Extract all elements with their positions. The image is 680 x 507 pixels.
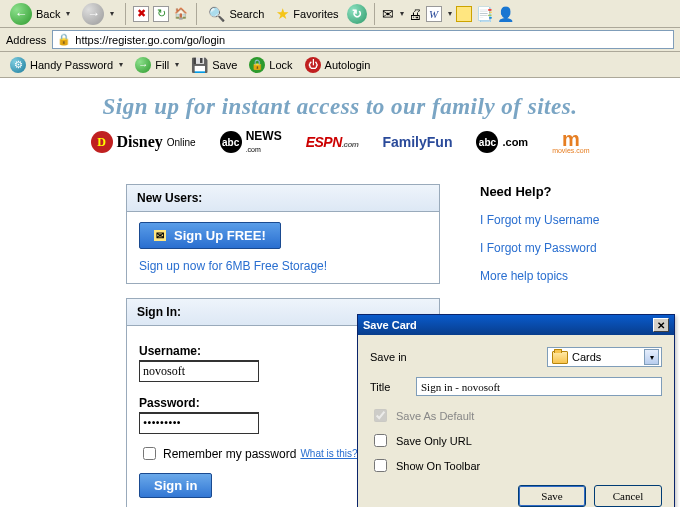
logo-abccom[interactable]: abc .com [476,131,528,153]
address-input[interactable]: 🔒 https://register.go.com/go/login [52,30,674,49]
search-icon: 🔍 [208,6,225,22]
remember-label: Remember my password [163,447,296,461]
forgot-password-link[interactable]: I Forgot my Password [480,241,599,255]
floppy-icon: 💾 [191,57,208,73]
dialog-title-text: Save Card [363,319,417,331]
folder-icon [552,351,568,364]
save-url-only-checkbox[interactable] [374,434,387,447]
save-default-checkbox [374,409,387,422]
separator [374,3,375,25]
favorites-button[interactable]: ★ Favorites [272,3,342,25]
edit-icon[interactable]: W [426,6,442,22]
chevron-down-icon[interactable]: ▾ [119,60,123,69]
logo-disney[interactable]: D Disney Online [91,131,196,153]
discuss-icon[interactable]: 📑 [476,6,493,22]
separator [125,3,126,25]
fill-arrow-icon: → [135,57,151,73]
hp-brand-button[interactable]: ⚙ Handy Password ▾ [6,55,127,75]
hp-logo-icon: ⚙ [10,57,26,73]
savein-combo[interactable]: Cards ▾ [547,347,662,367]
forgot-username-link[interactable]: I Forgot my Username [480,213,599,227]
back-button[interactable]: ← Back ▾ [6,1,74,27]
hp-fill-label: Fill [155,59,169,71]
save-url-only-row: Save Only URL [370,431,662,450]
logo-movies[interactable]: m movies.com [552,131,589,154]
help-column: Need Help? I Forgot my Username I Forgot… [480,184,599,297]
history-icon[interactable]: ↻ [347,4,367,24]
hp-save-button[interactable]: 💾 Save [187,55,241,75]
chevron-down-icon[interactable]: ▾ [175,60,179,69]
star-icon: ★ [276,5,289,23]
ie-main-toolbar: ← Back ▾ → ▾ ✖ ↻ 🏠 🔍 Search ★ Favorites … [0,0,680,28]
chevron-down-icon[interactable]: ▾ [448,9,452,18]
show-toolbar-label: Show On Toolbar [396,460,480,472]
savein-value: Cards [572,351,601,363]
banner-heading: Sign up for instant access to our family… [0,94,680,120]
handy-password-toolbar: ⚙ Handy Password ▾ → Fill ▾ 💾 Save 🔒 Loc… [0,52,680,78]
signup-btn-label: Sign Up FREE! [174,228,266,243]
refresh-icon[interactable]: ↻ [153,6,169,22]
home-icon[interactable]: 🏠 [173,6,189,22]
back-arrow-icon: ← [10,3,32,25]
logo-familyfun[interactable]: FamilyFun [382,134,452,150]
signin-button[interactable]: Sign in [139,473,212,498]
hp-save-label: Save [212,59,237,71]
hp-lock-button[interactable]: 🔒 Lock [245,55,296,75]
stop-icon[interactable]: ✖ [133,6,149,22]
search-button[interactable]: 🔍 Search [204,4,268,24]
what-is-this-link[interactable]: What is this? [300,448,357,459]
chevron-down-icon[interactable]: ▾ [400,9,404,18]
help-heading: Need Help? [480,184,599,199]
chevron-down-icon[interactable]: ▾ [644,349,659,365]
hp-autologin-label: Autologin [325,59,371,71]
logo-espn[interactable]: ESPN.com [306,134,359,150]
savein-label: Save in [370,351,418,363]
dialog-save-button[interactable]: Save [518,485,586,507]
page-lock-icon: 🔒 [57,33,71,46]
forward-arrow-icon: → [82,3,104,25]
save-default-label: Save As Default [396,410,474,422]
mail-icon[interactable]: ✉ [382,6,394,22]
username-input[interactable] [139,360,259,382]
envelope-icon: ✉ [154,230,166,241]
address-label: Address [6,34,46,46]
title-input[interactable] [416,377,662,396]
note-icon[interactable] [456,6,472,22]
save-default-row: Save As Default [370,406,662,425]
dialog-cancel-button[interactable]: Cancel [594,485,662,507]
hp-lock-label: Lock [269,59,292,71]
show-toolbar-checkbox[interactable] [374,459,387,472]
back-label: Back [36,8,60,20]
title-label: Title [370,381,410,393]
address-bar: Address 🔒 https://register.go.com/go/log… [0,28,680,52]
url-text: https://register.go.com/go/login [75,34,225,46]
new-users-heading: New Users: [127,185,439,212]
hp-fill-button[interactable]: → Fill ▾ [131,55,183,75]
free-storage-link[interactable]: Sign up now for 6MB Free Storage! [139,259,327,273]
lock-icon: 🔒 [249,57,265,73]
password-input[interactable] [139,412,259,434]
forward-button[interactable]: → ▾ [78,1,118,27]
show-toolbar-row: Show On Toolbar [370,456,662,475]
favorites-label: Favorites [293,8,338,20]
save-url-only-label: Save Only URL [396,435,472,447]
chevron-down-icon[interactable]: ▾ [110,9,114,18]
save-card-dialog: Save Card ✕ Save in Cards ▾ Title Save A… [357,314,675,507]
hp-autologin-button[interactable]: ⏻ Autologin [301,55,375,75]
dialog-close-button[interactable]: ✕ [653,318,669,332]
dialog-titlebar[interactable]: Save Card ✕ [358,315,674,335]
search-label: Search [229,8,264,20]
more-help-link[interactable]: More help topics [480,269,599,283]
messenger-icon[interactable]: 👤 [497,6,514,22]
remember-checkbox[interactable] [143,447,156,460]
partner-logos: D Disney Online abc NEWS.com ESPN.com Fa… [0,130,680,154]
autologin-icon: ⏻ [305,57,321,73]
new-users-panel: New Users: ✉ Sign Up FREE! Sign up now f… [126,184,440,284]
hp-brand-label: Handy Password [30,59,113,71]
separator [196,3,197,25]
signup-free-button[interactable]: ✉ Sign Up FREE! [139,222,281,249]
logo-abcnews[interactable]: abc NEWS.com [220,130,282,154]
chevron-down-icon[interactable]: ▾ [66,9,70,18]
print-icon[interactable]: 🖨 [408,6,422,22]
